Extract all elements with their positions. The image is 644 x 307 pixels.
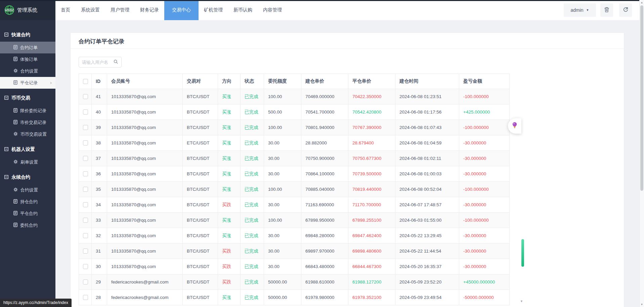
row-checkbox[interactable]: [83, 187, 88, 192]
row-checkbox[interactable]: [83, 249, 88, 254]
search-input[interactable]: [82, 60, 113, 65]
sidebar-item[interactable]: 合约订单›: [0, 42, 55, 53]
sidebar-item[interactable]: 持仓合约›: [0, 196, 55, 208]
nav-tab-5[interactable]: 交易中心: [164, 0, 199, 20]
cell-pair: BTC/USDT: [183, 259, 218, 274]
sidebar-item[interactable]: 委托合约›: [0, 219, 55, 231]
doc-icon: [13, 45, 17, 50]
sidebar-section-title[interactable]: 快速合约: [0, 28, 55, 42]
scrollbar-down-arrow[interactable]: ▼: [640, 303, 644, 306]
cell-status: 已完成: [241, 135, 264, 151]
cell-account: 1013335870@qq.com: [107, 213, 183, 228]
table-row: 351013335870@qq.comBTC/USDT买涨已完成100.0070…: [79, 182, 510, 197]
cell-time: 2024-05-22 13:29:45: [395, 228, 459, 244]
row-checkbox[interactable]: [83, 233, 88, 238]
cell-close_price: 66844.467300: [348, 259, 395, 274]
sidebar-item[interactable]: 刷单设置›: [0, 156, 55, 168]
window-scrollbar[interactable]: ▲ ▼: [639, 0, 644, 307]
nav-tab-8[interactable]: 内容管理: [258, 0, 287, 20]
sidebar-item[interactable]: 平仓合约›: [0, 208, 55, 219]
nav-tab-4[interactable]: 财务记录: [135, 0, 164, 20]
row-checkbox[interactable]: [83, 94, 88, 99]
doc-icon: [13, 80, 17, 86]
sidebar: USDZ 管理系统 快速合约合约订单›体验订单›合约设置›平仓记录›币币交易限价…: [0, 0, 55, 307]
admin-dropdown-button[interactable]: admin ▼: [564, 3, 596, 17]
cell-profit: +45000.000000: [459, 274, 510, 290]
cell-open_price: 70801.940000: [301, 120, 348, 135]
doc-icon: [13, 211, 17, 216]
sidebar-item[interactable]: 体验订单›: [0, 53, 55, 65]
row-checkbox[interactable]: [83, 156, 88, 161]
search-icon[interactable]: [113, 59, 118, 65]
cell-direction: 买涨: [218, 104, 241, 120]
column-header: 盈亏金额: [459, 74, 510, 89]
row-checkbox[interactable]: [83, 171, 88, 176]
cell-account: 1013335870@qq.com: [107, 228, 183, 244]
row-checkbox-cell: [79, 182, 92, 197]
cell-pair: BTC/USDT: [183, 182, 218, 197]
cell-close_price: 70767.390000: [348, 120, 395, 135]
cell-account: 1013335870@qq.com: [107, 135, 183, 151]
inner-scrollbar-down-arrow[interactable]: ▼: [520, 300, 523, 303]
row-checkbox[interactable]: [83, 218, 88, 223]
cell-direction: 买涨: [218, 89, 241, 104]
sidebar-item[interactable]: 币币交易设置›: [0, 128, 55, 140]
cell-direction: 买涨: [218, 290, 241, 305]
cell-account: 1013335870@qq.com: [107, 182, 183, 197]
row-checkbox-cell: [79, 89, 92, 104]
nav-tab-3[interactable]: 用户管理: [105, 0, 135, 20]
row-checkbox[interactable]: [83, 295, 88, 300]
cell-profit: -30.000000: [459, 166, 510, 182]
row-checkbox[interactable]: [83, 140, 88, 145]
cell-account: 1013335870@qq.com: [107, 244, 183, 259]
sidebar-item[interactable]: 市价交易记录›: [0, 117, 55, 128]
sidebar-item[interactable]: 限价委托记录›: [0, 105, 55, 117]
row-checkbox[interactable]: [83, 109, 88, 115]
app-logo[interactable]: USDZ 管理系统: [0, 0, 55, 20]
doc-icon: [13, 57, 17, 62]
table-row: 361013335870@qq.comBTC/USDT买涨已完成30.00708…: [79, 166, 510, 182]
sidebar-item[interactable]: 合约设置›: [0, 184, 55, 196]
trash-button[interactable]: [600, 3, 613, 17]
cell-account: federicacrookes@gmail.com: [107, 274, 183, 290]
sidebar-section-title[interactable]: 永续合约: [0, 171, 55, 184]
cell-status: 已完成: [241, 290, 264, 305]
cell-open_price: 67898.950000: [301, 213, 348, 228]
row-checkbox[interactable]: [83, 279, 88, 284]
scrollbar-thumb[interactable]: [640, 5, 643, 191]
cell-id: 41: [92, 89, 107, 104]
scrollbar-up-arrow[interactable]: ▲: [640, 1, 644, 4]
sidebar-item[interactable]: 平仓记录›: [0, 77, 55, 89]
cell-profit: -30.000000: [459, 244, 510, 259]
row-checkbox[interactable]: [83, 202, 88, 207]
cell-close_price: 28.679400: [348, 135, 395, 151]
nav-tab-6[interactable]: 矿机管理: [199, 0, 228, 20]
cell-direction: 买跌: [218, 244, 241, 259]
cell-time: 2024-06-08 01:23:51: [395, 89, 459, 104]
nav-tab-1[interactable]: 首页: [55, 0, 76, 20]
cell-close_price: 69847.462400: [348, 228, 395, 244]
nav-tab-2[interactable]: 系统设置: [76, 0, 105, 20]
nav-tab-7[interactable]: 新币认购: [228, 0, 258, 20]
search-box: [79, 57, 122, 68]
cell-account: 1013335870@qq.com: [107, 120, 183, 135]
header-checkbox-cell: [79, 74, 92, 89]
sidebar-section-title[interactable]: 币币交易: [0, 91, 55, 105]
sidebar-section-title[interactable]: 机器人设置: [0, 143, 55, 156]
cell-id: 30: [92, 259, 107, 274]
cell-status: 已完成: [241, 197, 264, 213]
admin-screen: USDZ 管理系统 快速合约合约订单›体验订单›合约设置›平仓记录›币币交易限价…: [0, 0, 644, 307]
cell-time: 2024-05-22 11:44:54: [395, 244, 459, 259]
sidebar-menu: 快速合约合约订单›体验订单›合约设置›平仓记录›币币交易限价委托记录›市价交易记…: [0, 20, 55, 231]
select-all-checkbox[interactable]: [83, 79, 88, 84]
row-checkbox[interactable]: [83, 264, 88, 269]
cell-profit: -30.000000: [459, 259, 510, 274]
sidebar-item[interactable]: 合约设置›: [0, 65, 55, 77]
row-checkbox[interactable]: [83, 125, 88, 130]
export-button[interactable]: [619, 3, 632, 17]
inner-scrollbar-thumb[interactable]: [521, 239, 524, 267]
collapse-minus-icon: [4, 175, 8, 180]
floating-helper-widget[interactable]: [508, 118, 521, 134]
gear-icon: [13, 187, 18, 193]
cell-close_price: 61988.127200: [348, 274, 395, 290]
